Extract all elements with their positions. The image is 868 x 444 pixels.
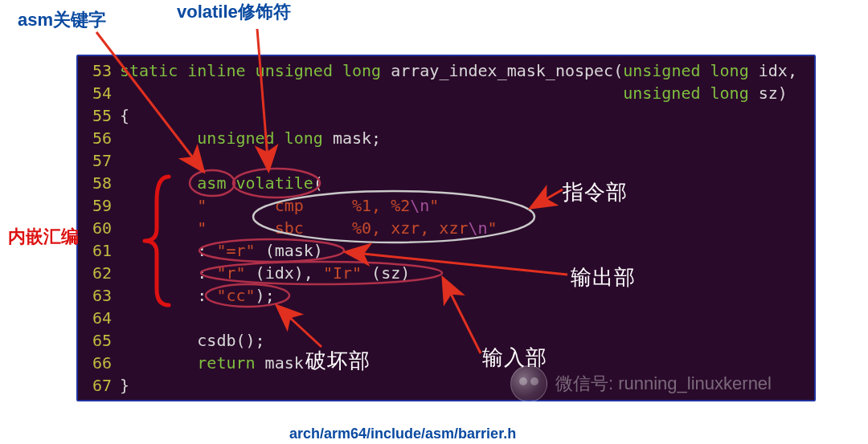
brace-open: { — [120, 106, 129, 125]
line-number: 59 — [78, 194, 120, 217]
param-idx: idx, — [749, 61, 797, 80]
call-csdb: csdb(); — [197, 331, 264, 350]
indent — [120, 128, 197, 148]
escape-n: \n — [468, 218, 487, 238]
asm-end: ); — [256, 286, 275, 305]
output-var: (mask) — [256, 241, 323, 260]
type-long: long — [701, 61, 749, 80]
label-instruction-section: 指令部 — [563, 178, 628, 206]
space — [226, 173, 235, 193]
line-number: 67 — [78, 374, 120, 397]
watermark: 微信号: running_linuxkernel — [510, 365, 772, 402]
input-constraint-ir: "Ir" — [323, 263, 362, 283]
output-constraint: "=r" — [216, 241, 255, 260]
paren-open: ( — [313, 173, 323, 193]
keyword-volatile: volatile — [236, 173, 313, 193]
label-clobber-section: 破坏部 — [305, 347, 371, 375]
indent: : — [120, 241, 216, 260]
return-mask: mask; — [256, 353, 313, 373]
label-asm-keyword: asm关键字 — [18, 8, 106, 32]
line-number: 61 — [78, 239, 120, 262]
param-sz: sz) — [749, 84, 788, 103]
keyword-inline: inline — [178, 61, 245, 80]
indent — [120, 353, 197, 373]
indent — [120, 331, 197, 350]
label-output-section: 输出部 — [571, 263, 636, 291]
line-number: 58 — [78, 172, 120, 194]
line-number: 54 — [78, 82, 120, 104]
keyword-asm: asm — [197, 173, 226, 193]
code-block: 53static inline unsigned long array_inde… — [76, 55, 816, 401]
indent: : — [120, 263, 216, 283]
brace-close: } — [120, 376, 129, 395]
quote: " — [197, 196, 207, 215]
label-volatile-modifier: volatile修饰符 — [177, 0, 291, 24]
indent — [120, 84, 623, 103]
source-path: arch/arm64/include/asm/barrier.h — [289, 426, 516, 442]
clobber-cc: "cc" — [216, 286, 255, 305]
line-number: 53 — [78, 59, 120, 82]
keyword-static: static — [120, 61, 178, 80]
type-long: long — [275, 128, 323, 148]
quote: " — [429, 196, 439, 215]
indent — [120, 218, 197, 238]
type-unsigned: unsigned — [197, 128, 274, 148]
type-long: long — [700, 84, 748, 103]
quote: " — [197, 218, 207, 238]
line-number: 63 — [78, 284, 120, 307]
keyword-return: return — [197, 353, 255, 373]
asm-sbc: sbc %0, xzr, xzr — [207, 218, 468, 238]
line-number: 57 — [78, 149, 120, 172]
quote: " — [488, 218, 497, 238]
indent: : — [120, 286, 216, 305]
type-long: long — [333, 61, 381, 80]
type-unsigned: unsigned — [623, 61, 700, 80]
line-number: 60 — [78, 217, 120, 239]
line-number: 65 — [78, 329, 120, 352]
function-name: array_index_mask_nospec( — [381, 61, 623, 80]
asm-cmp: cmp %1, %2 — [207, 196, 410, 215]
var-mask: mask; — [323, 128, 381, 148]
line-number: 64 — [78, 307, 120, 329]
label-inline-asm: 内嵌汇编 — [8, 225, 79, 249]
indent — [120, 196, 197, 215]
type-unsigned: unsigned — [246, 61, 333, 80]
line-number: 66 — [78, 352, 120, 374]
line-number: 62 — [78, 262, 120, 284]
input-constraint-r: "r" — [216, 263, 245, 283]
line-number: 55 — [78, 104, 120, 127]
escape-n: \n — [410, 196, 429, 215]
watermark-text: 微信号: running_linuxkernel — [555, 372, 772, 396]
wechat-icon — [510, 365, 547, 402]
line-number: 56 — [78, 127, 120, 149]
type-unsigned: unsigned — [623, 84, 700, 103]
indent — [120, 173, 197, 193]
input-idx: (idx), — [246, 263, 323, 283]
input-sz: (sz) — [362, 263, 410, 283]
